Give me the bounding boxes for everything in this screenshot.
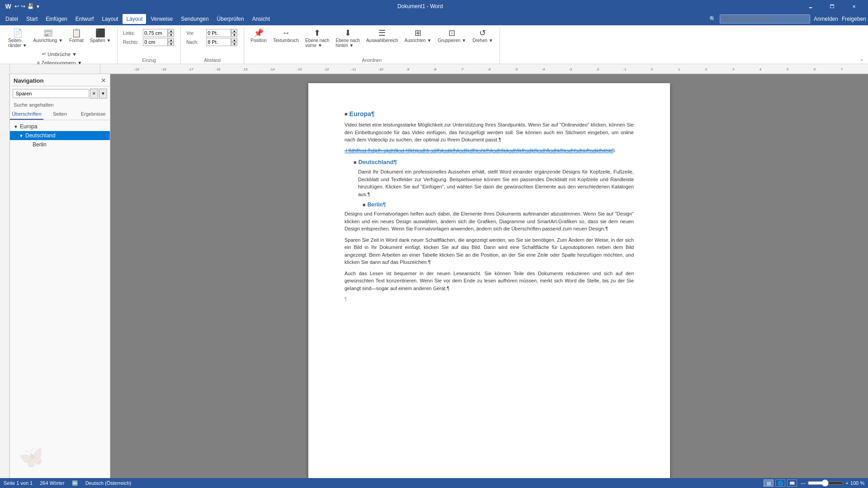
freigeben-button[interactable]: Freigeben <box>842 16 866 22</box>
quick-access-save[interactable]: 💾 <box>27 3 34 9</box>
menu-sendungen[interactable]: Sendungen <box>177 14 212 24</box>
menu-start[interactable]: Start <box>23 14 41 24</box>
abstand-vor-down[interactable]: ▼ <box>231 33 237 37</box>
nav-tree-europa[interactable]: ▼ Europa <box>10 122 110 131</box>
quick-access-dropdown[interactable]: ▼ <box>36 4 40 9</box>
ribbon-group-einzug: Links: ▲ ▼ Rechts: ▲ <box>118 27 181 64</box>
title-bar: W ↩ ↪ 💾 ▼ Dokument1 - Word 🗕 🗖 ✕ <box>0 0 868 13</box>
status-bar-right: ▤ 🌐 📖 — + 100 % <box>764 479 864 487</box>
ruler-vertical <box>0 74 10 478</box>
abstand-nach-down[interactable]: ▼ <box>231 42 237 46</box>
main-area: Navigation ✕ ✕ ▼ Suche angehalten Übersc… <box>0 74 868 478</box>
quick-access-undo[interactable]: ↩ <box>14 3 19 9</box>
ebene-vorne-icon: ⬆ <box>314 29 321 37</box>
ribbon-group-abstand: Vor: ▲ ▼ Nach: ▲ ▼ <box>181 27 244 64</box>
para-last: ¶ <box>344 296 634 303</box>
seitenraender-label: Seiten-ränder ▼ <box>8 38 27 48</box>
einzug-rechts-input[interactable] <box>143 38 168 46</box>
view-print-button[interactable]: ▤ <box>764 479 774 487</box>
svg-text:-4: -4 <box>542 67 545 71</box>
seitenraender-button[interactable]: 📄 Seiten-ränder ▼ <box>5 27 30 50</box>
menu-layout[interactable]: Layout <box>123 14 146 24</box>
einzug-links-down[interactable]: ▼ <box>168 33 174 37</box>
auswahlbereich-button[interactable]: ☰ Auswahlbereich <box>363 27 401 45</box>
einzug-links-input[interactable] <box>143 29 168 37</box>
abstand-nach-spinbtns: ▲ ▼ <box>231 38 237 46</box>
zoom-slider[interactable] <box>807 479 844 487</box>
document-area[interactable]: ■ Europa¶ Video bietet eine leistungssta… <box>110 74 868 478</box>
position-button[interactable]: 📌 Position <box>248 27 269 45</box>
ruler-toggle[interactable] <box>0 64 10 74</box>
anmelden-button[interactable]: Anmelden <box>814 16 838 22</box>
nav-tab-ueberschriften[interactable]: Überschriften <box>10 109 43 120</box>
abstand-vor-up[interactable]: ▲ <box>231 29 237 33</box>
menu-ueberpruefen[interactable]: Überprüfen <box>213 14 248 24</box>
nav-search-clear-button[interactable]: ✕ <box>90 89 98 99</box>
ribbon-group-abstand-title: Abstand <box>184 58 240 64</box>
navigation-panel: Navigation ✕ ✕ ▼ Suche angehalten Übersc… <box>10 74 110 478</box>
abstand-vor-row: Vor: ▲ ▼ <box>186 29 238 37</box>
ebene-hinten-button[interactable]: ⬇ Ebene nachhinten ▼ <box>333 27 363 50</box>
nav-expand-europa[interactable]: ▼ <box>14 124 20 129</box>
gruppieren-button[interactable]: ⊡ Gruppieren ▼ <box>435 27 469 45</box>
para-berlin3: Auch das Lesen ist bequemer in der neuen… <box>344 270 634 292</box>
menu-entwurf[interactable]: Entwurf <box>72 14 98 24</box>
restore-button[interactable]: 🗖 <box>822 0 843 13</box>
ausrichtung-button[interactable]: 📰 Ausrichtung ▼ <box>31 27 66 45</box>
title-bar-left: W ↩ ↪ 💾 ▼ <box>4 2 40 11</box>
drehen-button[interactable]: ↺ Drehen ▼ <box>470 27 495 45</box>
umbrueche-label: Umbrüche ▼ <box>47 52 77 57</box>
zoom-in-button[interactable]: + <box>845 480 848 486</box>
ausrichtung-label: Ausrichtung ▼ <box>33 38 63 43</box>
einzug-rechts-up[interactable]: ▲ <box>168 38 174 42</box>
abstand-vor-spinbtns: ▲ ▼ <box>231 29 237 37</box>
quick-access-redo[interactable]: ↪ <box>21 3 25 9</box>
einzug-rechts-down[interactable]: ▼ <box>168 42 174 46</box>
nav-tab-ergebnisse[interactable]: Ergebnisse <box>76 109 110 120</box>
menu-entwurf2[interactable]: Layout <box>98 14 122 24</box>
nav-tree-deutschland[interactable]: ▼ Deutschland <box>10 131 110 140</box>
abstand-nach-up[interactable]: ▲ <box>231 38 237 42</box>
nav-tree-deutschland-label: Deutschland <box>25 132 106 139</box>
format-button[interactable]: 📋 Format <box>66 27 86 45</box>
view-web-button[interactable]: 🌐 <box>775 479 785 487</box>
abstand-nach-input[interactable] <box>206 38 231 46</box>
pilcrow-last: ¶ <box>344 297 347 302</box>
svg-text:-14: -14 <box>269 67 275 71</box>
heading-deutschland-text: Deutschland¶ <box>359 159 397 165</box>
nav-expand-deutschland[interactable]: ▼ <box>19 133 25 138</box>
ribbon-expand-button[interactable]: ⌄ <box>860 56 866 63</box>
spalten-label: Spalten ▼ <box>90 38 111 43</box>
nav-panel-close-button[interactable]: ✕ <box>101 77 106 84</box>
svg-text:6: 6 <box>814 67 816 71</box>
pilcrow-europalink: ¶ <box>613 148 615 153</box>
status-language: Deutsch (Österreich) <box>85 480 131 486</box>
nav-tab-seiten[interactable]: Seiten <box>43 109 77 120</box>
menu-ansicht[interactable]: Ansicht <box>249 14 274 24</box>
abstand-nach-label: Nach: <box>186 40 204 45</box>
view-read-button[interactable]: 📖 <box>787 479 797 487</box>
format-icon: 📋 <box>71 29 81 37</box>
minimize-button[interactable]: 🗕 <box>800 0 821 13</box>
textumbruch-button[interactable]: ↔ Textumbruch <box>270 27 302 45</box>
menu-einfuegen[interactable]: Einfügen <box>42 14 71 24</box>
nav-search-dropdown-button[interactable]: ▼ <box>99 89 107 99</box>
svg-text:3: 3 <box>732 67 735 71</box>
ebene-vorne-button[interactable]: ⬆ Ebene nachvorne ▼ <box>302 27 332 50</box>
zoom-out-button[interactable]: — <box>801 480 806 486</box>
textumbruch-label: Textumbruch <box>273 38 299 43</box>
menu-verweise[interactable]: Verweise <box>147 14 176 24</box>
menu-datei[interactable]: Datei <box>2 14 22 24</box>
svg-text:-7: -7 <box>460 67 464 71</box>
umbrueche-button[interactable]: ↵ Umbrüche ▼ <box>40 50 79 58</box>
nav-search-input[interactable] <box>13 89 89 98</box>
ausrichten-button[interactable]: ⊞ Ausrichten ▼ <box>402 27 434 45</box>
spalten-icon: ⬛ <box>95 29 105 37</box>
einzug-links-up[interactable]: ▲ <box>168 29 174 33</box>
abstand-vor-input[interactable] <box>206 29 231 37</box>
ruler-row: -19 -18 -17 -16 -15 -14 -13 -12 -11 -10 … <box>0 64 868 74</box>
close-button[interactable]: ✕ <box>844 0 864 13</box>
help-search-input[interactable] <box>720 14 810 23</box>
nav-tree-berlin[interactable]: Berlin <box>10 140 110 149</box>
spalten-button[interactable]: ⬛ Spalten ▼ <box>87 27 114 45</box>
